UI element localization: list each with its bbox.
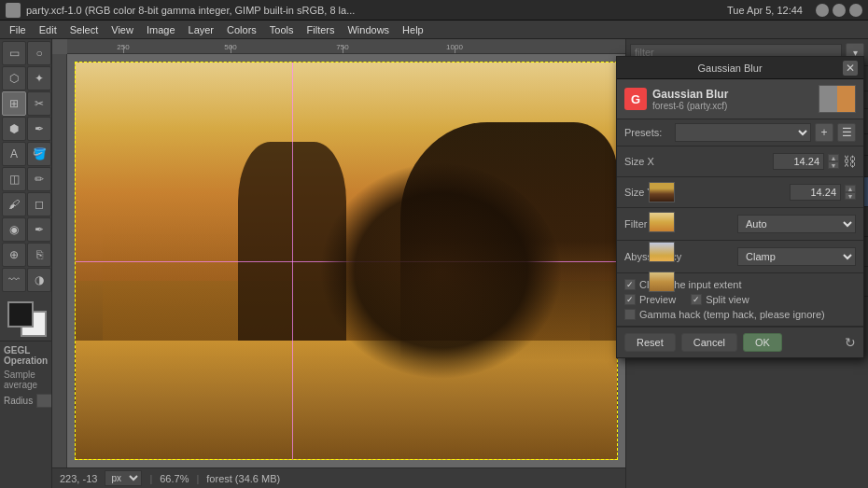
tool-grid: ▭ ○ ⬡ ✦ ⊞ ✂ ⬢ ✒ A 🪣 ◫ ✏ 🖌 ◻ ◉ ✒ ⊕ ⎘ 〰 ◑	[0, 39, 51, 294]
close-button[interactable]	[849, 4, 862, 17]
layer-thumb-sky	[649, 212, 675, 232]
canvas-image[interactable]	[75, 62, 618, 460]
size-x-label: Size X	[624, 156, 769, 167]
layer-display: forest (34.6 MB)	[206, 473, 280, 484]
foreground-color[interactable]	[7, 301, 34, 328]
tool-ellipse-select[interactable]: ○	[27, 41, 51, 65]
minimize-button[interactable]	[816, 4, 829, 17]
size-y-up[interactable]: ▲	[845, 185, 856, 192]
menu-tools[interactable]: Tools	[264, 22, 300, 37]
tool-fuzzy-select[interactable]: ✦	[27, 66, 51, 91]
cancel-button[interactable]: Cancel	[681, 333, 737, 352]
tool-eraser[interactable]: ◻	[27, 192, 51, 216]
refresh-icon[interactable]: ↻	[845, 335, 856, 350]
menu-image[interactable]: Image	[141, 22, 181, 37]
tool-free-select[interactable]: ⬡	[2, 66, 26, 91]
presets-section: Presets: + ☰	[617, 119, 863, 146]
menu-select[interactable]: Select	[64, 22, 105, 37]
color-selector[interactable]	[0, 294, 51, 341]
tool-paintbrush[interactable]: 🖌	[2, 192, 26, 216]
size-x-section: Size X ▲ ▼ ⛓	[617, 146, 863, 177]
menu-layer[interactable]: Layer	[183, 22, 220, 37]
tool-rect-select[interactable]: ▭	[2, 41, 26, 65]
tool-foreground-select[interactable]: ⬢	[2, 117, 26, 141]
size-y-spinner: ▲ ▼	[845, 185, 856, 200]
radius-input[interactable]	[36, 394, 52, 408]
dialog-header: G Gaussian Blur forest-6 (party.xcf)	[617, 79, 863, 119]
dialog-title: Gaussian Blur	[623, 63, 837, 74]
tool-text[interactable]: A	[2, 142, 26, 166]
gaussian-blur-dialog: Gaussian Blur ✕ G Gaussian Blur forest-6…	[616, 56, 864, 358]
filter-select[interactable]: Auto IIR RLE	[737, 215, 856, 233]
layer-thumb-bg	[649, 272, 675, 292]
split-label: Split view	[706, 294, 749, 305]
tool-options-title: GEGL Operation	[4, 345, 48, 366]
maximize-button[interactable]	[833, 4, 846, 17]
abyss-select[interactable]: Clamp None Loop	[737, 247, 856, 266]
dialog-close-button[interactable]: ✕	[843, 61, 858, 76]
preview-label: Preview	[639, 294, 676, 305]
tool-paths[interactable]: ✒	[27, 117, 51, 141]
coords-display: 223, -13	[60, 473, 97, 484]
zoom-display: 66.7%	[160, 473, 189, 484]
filter-label: Filter	[624, 218, 734, 230]
abyss-label: Abyss policy	[624, 251, 734, 262]
preset-add-button[interactable]: +	[815, 123, 833, 142]
menu-filters[interactable]: Filters	[301, 22, 341, 37]
window-title: party.xcf-1.0 (RGB color 8-bit gamma int…	[26, 5, 721, 16]
preview-checkbox[interactable]	[624, 294, 636, 305]
canvas-area: 250 500 750 1000	[52, 39, 625, 488]
split-checkbox[interactable]	[691, 294, 702, 305]
tool-airbrush[interactable]: ◉	[2, 217, 26, 242]
preview-split-row: Preview Split view	[624, 292, 856, 307]
datetime: Tue Apr 5, 12:44	[727, 5, 803, 16]
gamma-row: Gamma hack (temp hack, please ignore)	[624, 309, 856, 320]
radius-label: Radius	[4, 396, 33, 406]
preset-menu-button[interactable]: ☰	[837, 123, 856, 142]
size-x-row: Size X ▲ ▼ ⛓	[624, 153, 856, 170]
tool-scissors[interactable]: ✂	[27, 91, 51, 116]
split-row: Split view	[691, 294, 749, 305]
reset-button[interactable]: Reset	[624, 333, 676, 352]
tool-bucket-fill[interactable]: 🪣	[27, 142, 51, 166]
size-x-up[interactable]: ▲	[828, 154, 839, 161]
clip-checkbox[interactable]	[624, 279, 636, 290]
tool-options: GEGL Operation Sample average Radius	[0, 341, 51, 488]
presets-select[interactable]	[675, 123, 811, 142]
menu-file[interactable]: File	[4, 22, 32, 37]
tool-pencil[interactable]: ✏	[27, 167, 51, 191]
size-x-spinner: ▲ ▼	[828, 154, 839, 169]
size-x-input[interactable]	[773, 153, 824, 170]
tool-smudge[interactable]: 〰	[2, 268, 26, 292]
unit-select[interactable]: px in cm	[105, 470, 142, 486]
presets-label: Presets:	[624, 127, 671, 138]
size-y-input[interactable]	[790, 184, 841, 201]
tool-ink[interactable]: ✒	[27, 217, 51, 242]
dialog-preview-thumb	[819, 85, 856, 113]
window-controls	[816, 4, 862, 17]
menu-windows[interactable]: Windows	[342, 22, 395, 37]
tool-blend[interactable]: ◫	[2, 167, 26, 191]
size-x-down[interactable]: ▼	[828, 161, 839, 169]
tool-heal[interactable]: ⊕	[2, 243, 26, 267]
layer-thumb-sky1	[649, 242, 675, 262]
radius-row: Radius	[4, 394, 48, 408]
dialog-titlebar: Gaussian Blur ✕	[617, 57, 863, 79]
canvas-container[interactable]	[67, 54, 625, 467]
tool-clone[interactable]: ⎘	[27, 243, 51, 267]
chain-icon[interactable]: ⛓	[843, 154, 856, 169]
tool-select-by-color[interactable]: ⊞	[2, 91, 26, 116]
gamma-checkbox[interactable]	[624, 309, 636, 320]
gegl-icon: G	[624, 88, 647, 110]
menu-view[interactable]: View	[105, 22, 139, 37]
menu-help[interactable]: Help	[397, 22, 429, 37]
tool-option-sub: Sample average	[4, 369, 48, 390]
tool-dodge[interactable]: ◑	[27, 268, 51, 292]
menu-colors[interactable]: Colors	[221, 22, 262, 37]
menu-edit[interactable]: Edit	[34, 22, 63, 37]
ok-button[interactable]: OK	[743, 333, 782, 352]
dialog-header-title: Gaussian Blur	[652, 88, 813, 101]
ruler-horizontal: 250 500 750 1000	[67, 39, 625, 54]
right-panel: ▾ ⬛ ⬛ ⬛ ⬛ ⬛ 🖌 ⚙ Gaussian Blur ✕ G	[625, 39, 868, 488]
size-y-down[interactable]: ▼	[845, 192, 856, 200]
